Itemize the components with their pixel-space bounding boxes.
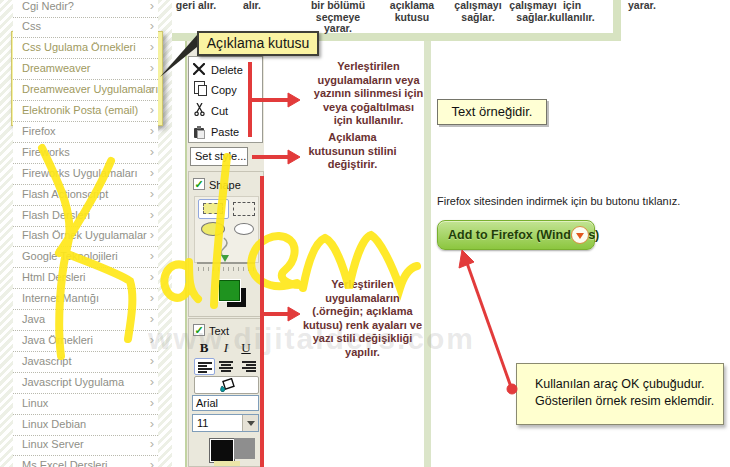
dropdown-button[interactable] <box>242 415 258 431</box>
slider-thumb[interactable] <box>221 255 229 262</box>
fill-color-button[interactable] <box>194 376 259 394</box>
sidebar-item[interactable]: Flash Örnek Uygulamalar› <box>13 225 158 247</box>
sidebar-item[interactable]: Fireworks Uygulamaları› <box>13 163 158 185</box>
chevron-right-icon: › <box>150 267 154 287</box>
font-size-value: 11 <box>197 417 208 429</box>
sidebar-item-label: Html Dersleri <box>22 267 86 287</box>
dropdown-arrow-badge[interactable] <box>571 226 589 244</box>
top-table-cell: yarar. <box>597 0 687 12</box>
text-secondary-color-swatch[interactable] <box>234 438 255 459</box>
sidebar-item[interactable]: Ms Excel Dersleri› <box>13 455 158 467</box>
sidebar-item[interactable]: Flash Dersleri› <box>13 205 158 227</box>
filled-rectangle-tool[interactable] <box>198 199 229 219</box>
chevron-right-icon: › <box>150 79 154 99</box>
align-left-button[interactable] <box>194 358 215 375</box>
sidebar-item-label: Fireworks Uygulamaları <box>22 163 138 183</box>
sidebar-item[interactable]: Linux› <box>13 393 158 415</box>
sidebar-item[interactable]: Java› <box>13 309 158 331</box>
sidebar-item[interactable]: Elektronik Posta (email)› <box>13 100 158 122</box>
align-center-icon <box>219 361 233 363</box>
sidebar-item[interactable]: Internet Mantığı› <box>13 288 158 310</box>
sidebar-item-label: Google Teknolojileri <box>22 246 118 266</box>
chevron-right-icon: › <box>150 121 154 141</box>
chevron-right-icon: › <box>150 0 154 16</box>
chevron-right-icon: › <box>150 288 154 308</box>
shape-tools-box <box>194 196 259 263</box>
sidebar-item-label: Dreamweaver <box>22 58 90 78</box>
chevron-right-icon: › <box>150 414 154 434</box>
sidebar-item[interactable]: Dreamweaver Uygulamaları› <box>13 79 158 101</box>
set-style-button[interactable]: Set style... <box>190 147 248 166</box>
chevron-right-icon: › <box>150 163 154 183</box>
callout-aciklama-kutusu: Açıklama kutusu <box>197 31 319 56</box>
text-extra-color-swatch[interactable] <box>214 461 240 467</box>
sidebar-item-label: Firefox <box>22 121 56 141</box>
screenshot-canvas: geri alır.alır.bir bölümü seçmeye yarar.… <box>0 0 730 467</box>
sidebar-item-label: Css Ugulama Örnekleri <box>22 37 136 57</box>
align-center-button[interactable] <box>216 358 237 375</box>
sidebar-item-label: Linux <box>22 393 48 413</box>
paste-icon <box>191 122 207 142</box>
cut-icon <box>191 101 207 121</box>
shape-size-slider[interactable] <box>197 262 255 264</box>
sidebar-item[interactable]: Flash Actionscript› <box>13 184 158 206</box>
sidebar-item-label: Flash Actionscript <box>22 184 108 204</box>
sidebar-item[interactable]: Dreamweaver› <box>13 58 158 80</box>
sidebar-item[interactable]: Linux Debian› <box>13 414 158 436</box>
menu-item-delete[interactable]: Delete <box>191 59 261 79</box>
sidebar-item-label: Elektronik Posta (email) <box>22 100 138 120</box>
sidebar-item[interactable]: Css› <box>13 16 158 38</box>
shape-section: ✓ Shape <box>188 171 264 317</box>
sidebar-item[interactable]: Html Dersleri› <box>13 267 158 289</box>
sidebar-item-label: Dreamweaver Uygulamaları <box>22 79 158 99</box>
sidebar-item-label: Javascript <box>22 351 72 371</box>
chevron-right-icon: › <box>150 16 154 36</box>
shape-label: Shape <box>209 179 241 191</box>
font-size-dropdown[interactable]: 11 <box>192 414 259 432</box>
sidebar-item[interactable]: Cgi Nedir?› <box>13 0 158 18</box>
sidebar-item[interactable]: Fireworks› <box>13 142 158 164</box>
chevron-right-icon: › <box>150 225 154 245</box>
note-set-style: Açıklama kutusunun stilini değiştirir. <box>295 131 410 172</box>
chevron-right-icon: › <box>150 142 154 162</box>
sidebar-item-label: Ms Excel Dersleri <box>22 455 108 467</box>
outline-rectangle-tool[interactable] <box>233 202 255 216</box>
text-primary-color-swatch[interactable] <box>209 438 235 463</box>
font-name-field[interactable]: Arial <box>192 395 259 411</box>
slider-ticks <box>198 267 254 271</box>
chevron-right-icon: › <box>150 205 154 225</box>
menu-item-label: Copy <box>211 84 237 96</box>
align-right-button[interactable] <box>238 358 259 375</box>
copy-icon <box>191 80 207 100</box>
chevron-right-icon: › <box>150 393 154 413</box>
context-menu: DeleteCopyCutPaste <box>188 56 263 143</box>
menu-item-copy[interactable]: Copy <box>191 80 261 100</box>
menu-item-cut[interactable]: Cut <box>191 100 261 120</box>
sidebar-item-label: Java Örnekleri <box>22 330 93 350</box>
sidebar-item[interactable]: Css Ugulama Örnekleri› <box>13 37 158 59</box>
chevron-right-icon: › <box>150 100 154 120</box>
chevron-right-icon: › <box>150 372 154 392</box>
outline-ellipse-tool[interactable] <box>234 223 254 235</box>
chevron-right-icon: › <box>150 246 154 266</box>
chevron-right-icon: › <box>150 455 154 467</box>
sidebar-item[interactable]: Java Örnekleri› <box>13 330 158 352</box>
menu-item-paste[interactable]: Paste <box>191 121 261 141</box>
shape-checkbox[interactable]: ✓ <box>193 178 205 190</box>
text-example-box: Text örneğidir. <box>437 99 547 125</box>
sidebar-item[interactable]: Javascript› <box>13 351 158 373</box>
sidebar-menu: Cgi Nedir?›Css›Css Ugulama Örnekleri›Dre… <box>13 0 158 467</box>
add-to-firefox-button[interactable]: Add to Firefox (Windows) <box>437 220 595 250</box>
sidebar-item[interactable]: Firefox› <box>13 121 158 143</box>
sidebar-item[interactable]: Linux Server› <box>13 434 158 456</box>
sidebar-item-label: Java <box>22 309 45 329</box>
chevron-down-icon <box>247 421 255 426</box>
sidebar-item[interactable]: Javascript Uygulama› <box>13 372 158 394</box>
shape-primary-color-swatch[interactable] <box>219 280 240 301</box>
filled-ellipse-tool[interactable] <box>201 222 225 236</box>
chevron-down-icon <box>576 233 584 239</box>
menu-item-label: Cut <box>211 105 228 117</box>
chevron-right-icon: › <box>150 184 154 204</box>
sidebar-item-label: Internet Mantığı <box>22 288 99 308</box>
sidebar-item[interactable]: Google Teknolojileri› <box>13 246 158 268</box>
